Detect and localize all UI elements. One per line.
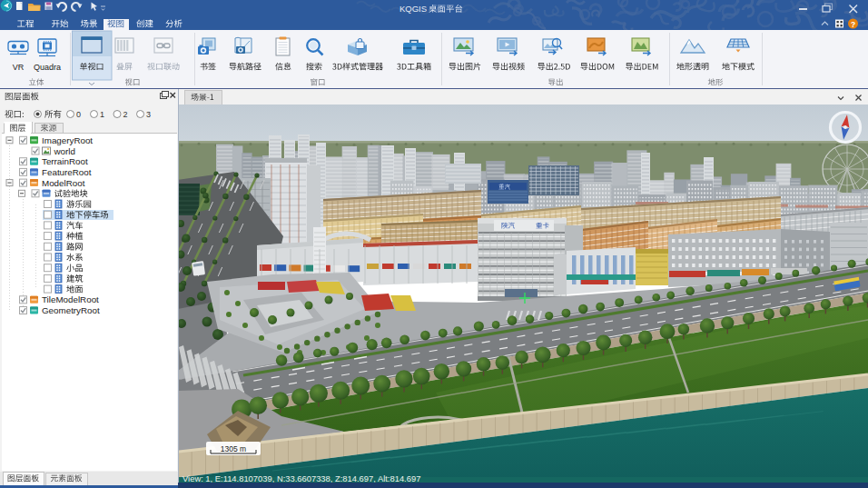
svg-text:1: 1 — [100, 110, 104, 119]
svg-text:KQGIS: KQGIS — [399, 4, 427, 14]
svg-text:TileModelRoot: TileModelRoot — [42, 294, 99, 304]
svg-text:?: ? — [851, 20, 855, 29]
svg-text:world: world — [54, 146, 75, 156]
svg-text:1305 m: 1305 m — [221, 444, 246, 453]
svg-text:2: 2 — [123, 110, 128, 119]
svg-text:0: 0 — [76, 110, 81, 119]
svg-text:GeometryRoot: GeometryRoot — [42, 305, 100, 315]
svg-text:View: 1, E:114.8107039, N:33.6: View: 1, E:114.8107039, N:33.6607338, Z:… — [182, 473, 420, 483]
svg-text:TerrainRoot: TerrainRoot — [42, 156, 88, 166]
svg-text:FeatureRoot: FeatureRoot — [42, 167, 92, 177]
svg-text:ModelRoot: ModelRoot — [42, 178, 85, 188]
svg-text:VR: VR — [13, 63, 25, 72]
svg-text:3: 3 — [146, 110, 151, 119]
svg-text:ImageryRoot: ImageryRoot — [42, 135, 93, 145]
svg-text:Quadra: Quadra — [34, 63, 61, 72]
